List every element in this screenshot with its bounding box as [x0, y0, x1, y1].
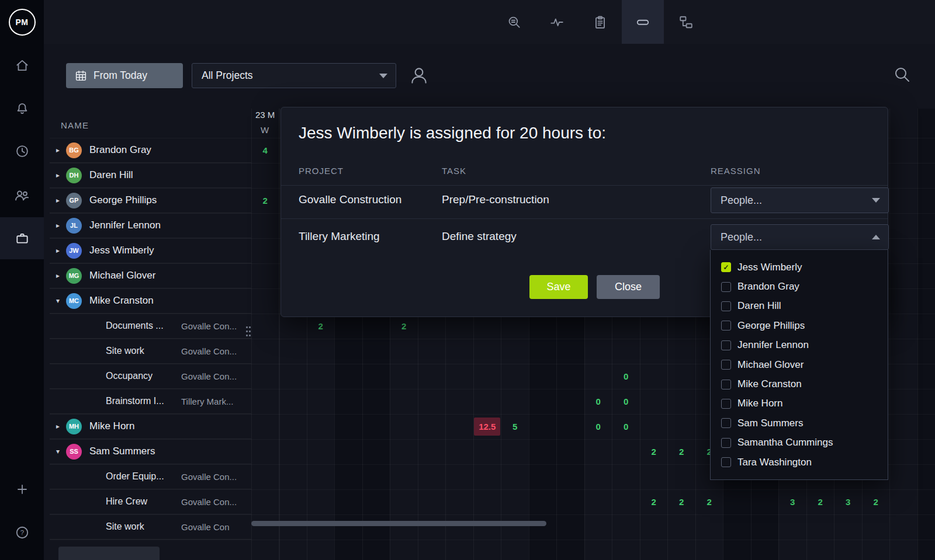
projects-filter-select[interactable]: All Projects: [192, 63, 396, 88]
people-option[interactable]: Samantha Cummings: [711, 433, 888, 453]
checkbox-icon[interactable]: [721, 321, 731, 331]
checkbox-icon[interactable]: [721, 438, 731, 448]
person-row[interactable]: ▸BGBrandon Gray: [50, 138, 251, 163]
assignee-filter-icon[interactable]: [408, 64, 430, 86]
checkbox-icon[interactable]: [721, 301, 731, 311]
chevron-right-icon[interactable]: ▸: [50, 171, 66, 179]
allocation-cell[interactable]: 0: [584, 389, 612, 414]
allocation-cell[interactable]: 0: [612, 414, 640, 439]
task-row[interactable]: Brainstorm I...Tillery Mark...: [50, 389, 251, 414]
allocation-cell[interactable]: 12.5: [473, 414, 501, 439]
chevron-right-icon[interactable]: ▸: [50, 196, 66, 204]
allocation-cell[interactable]: 2: [390, 314, 418, 339]
person-row[interactable]: ▸DHDaren Hill: [50, 163, 251, 188]
allocation-cell[interactable]: 2: [640, 489, 668, 514]
allocation-cell[interactable]: 2: [640, 439, 668, 464]
people-option[interactable]: Michael Glover: [711, 355, 888, 374]
checkbox-checked-icon[interactable]: ✓: [721, 262, 731, 272]
notifications-bell-icon[interactable]: [0, 95, 44, 123]
divider: [281, 185, 888, 186]
close-button[interactable]: Close: [597, 275, 660, 299]
timeline-icon[interactable]: [622, 0, 664, 44]
add-plus-icon[interactable]: [0, 475, 44, 503]
task-row[interactable]: Site workGovalle Con...: [50, 339, 251, 364]
from-today-button[interactable]: From Today: [66, 63, 183, 88]
workload-briefcase-icon[interactable]: [0, 224, 44, 252]
task-name: Site work: [106, 346, 181, 356]
people-option[interactable]: Mike Cranston: [711, 374, 888, 394]
app-logo-text: PM: [9, 9, 36, 36]
person-row[interactable]: ▸JWJess Wimberly: [50, 238, 251, 263]
help-icon[interactable]: ?: [0, 519, 44, 547]
workflow-icon[interactable]: [665, 0, 707, 44]
people-option[interactable]: George Phillips: [711, 316, 888, 335]
allocation-cell[interactable]: 3: [779, 489, 807, 514]
save-button[interactable]: Save: [529, 275, 588, 299]
allocation-cell[interactable]: 4: [251, 138, 279, 163]
allocation-cell[interactable]: 2: [668, 489, 696, 514]
people-option[interactable]: Sam Summers: [711, 413, 888, 433]
chevron-right-icon[interactable]: ▸: [50, 422, 66, 430]
task-row[interactable]: OccupancyGovalle Con...: [50, 364, 251, 389]
people-option[interactable]: Mike Horn: [711, 394, 888, 413]
person-row[interactable]: ▾MCMike Cranston: [50, 288, 251, 314]
allocation-cell[interactable]: 2: [695, 489, 723, 514]
person-row[interactable]: ▸MGMichael Glover: [50, 263, 251, 288]
chevron-right-icon[interactable]: ▸: [50, 246, 66, 255]
time-clock-icon[interactable]: [0, 137, 44, 165]
checkbox-icon[interactable]: [721, 380, 731, 389]
people-option-label: Sam Summers: [737, 418, 803, 429]
task-project: Tillery Mark...: [181, 396, 233, 406]
checkbox-icon[interactable]: [721, 360, 731, 370]
chevron-down-icon[interactable]: ▾: [50, 447, 66, 455]
task-name: Brainstorm I...: [106, 396, 181, 406]
person-row[interactable]: ▸GPGeorge Phillips: [50, 188, 251, 213]
checkbox-icon[interactable]: [721, 282, 731, 292]
zoom-search-icon[interactable]: [493, 0, 535, 44]
people-option[interactable]: ✓Jess Wimberly: [711, 258, 888, 277]
activity-icon[interactable]: [536, 0, 578, 44]
task-row[interactable]: Site workGovalle Con: [50, 514, 251, 540]
chevron-right-icon[interactable]: ▸: [50, 221, 66, 229]
people-option-label: Brandon Gray: [737, 281, 799, 293]
app-logo[interactable]: PM: [0, 0, 44, 44]
allocation-cell[interactable]: 0: [612, 364, 640, 389]
checkbox-icon[interactable]: [721, 340, 731, 350]
allocation-cell[interactable]: 0: [584, 414, 612, 439]
task-name: Hire Crew: [106, 496, 181, 507]
report-icon[interactable]: [579, 0, 621, 44]
home-icon[interactable]: [0, 51, 44, 79]
horizontal-scrollbar[interactable]: [251, 521, 546, 526]
task-row[interactable]: Hire CrewGovalle Con...: [50, 489, 251, 514]
allocation-cell[interactable]: 0: [612, 389, 640, 414]
person-row[interactable]: ▾SSSam Summers: [50, 439, 251, 464]
person-row[interactable]: ▸MHMike Horn: [50, 414, 251, 439]
checkbox-icon[interactable]: [721, 418, 731, 428]
task-row[interactable]: Order Equip...Govalle Con...: [50, 464, 251, 489]
allocation-cell[interactable]: 2: [307, 314, 335, 339]
allocation-cell[interactable]: 3: [834, 489, 863, 514]
person-name: Jess Wimberly: [89, 245, 154, 256]
chevron-down-icon[interactable]: ▾: [50, 297, 66, 305]
allocation-cell[interactable]: 2: [862, 489, 890, 514]
people-option[interactable]: Daren Hill: [711, 297, 888, 316]
search-icon[interactable]: [893, 65, 912, 84]
checkbox-icon[interactable]: [721, 399, 731, 409]
checkbox-icon[interactable]: [721, 457, 731, 467]
column-resize-handle[interactable]: [245, 325, 251, 338]
person-row[interactable]: ▸JLJennifer Lennon: [50, 213, 251, 238]
chevron-right-icon[interactable]: ▸: [50, 146, 66, 154]
reassign-select-row2[interactable]: People...: [711, 224, 889, 250]
task-row[interactable]: Documents ...Govalle Con...: [50, 314, 251, 339]
allocation-cell[interactable]: 2: [251, 188, 279, 213]
people-option[interactable]: Brandon Gray: [711, 277, 888, 296]
allocation-cell[interactable]: 2: [806, 489, 834, 514]
team-people-icon[interactable]: [0, 181, 44, 209]
allocation-cell[interactable]: 5: [501, 414, 529, 439]
people-option[interactable]: Jennifer Lennon: [711, 336, 888, 355]
task-project: Govalle Con: [181, 522, 230, 532]
reassign-select-row1[interactable]: People...: [711, 187, 889, 213]
allocation-cell[interactable]: 2: [668, 439, 696, 464]
chevron-right-icon[interactable]: ▸: [50, 272, 66, 280]
people-option[interactable]: Tara Washington: [711, 453, 888, 472]
